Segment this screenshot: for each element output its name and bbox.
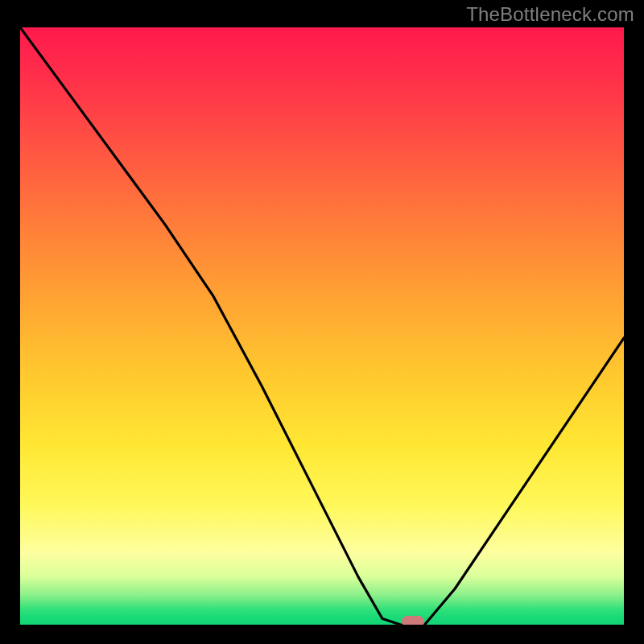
plot-area — [20, 27, 624, 625]
plot-frame: TheBottleneck.com — [0, 0, 644, 644]
bottleneck-curve — [20, 27, 624, 625]
watermark-text: TheBottleneck.com — [466, 3, 634, 26]
optimum-marker — [402, 616, 424, 625]
